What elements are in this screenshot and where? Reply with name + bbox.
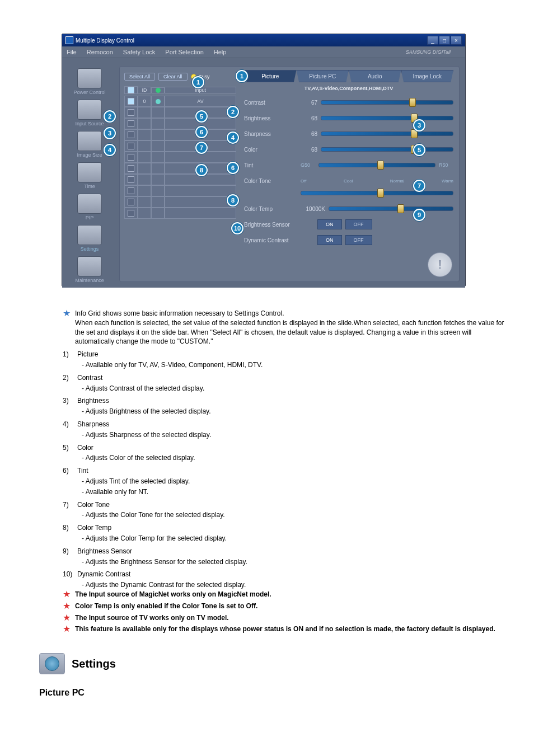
list-item: 7)Color Tone- Adjusts the Color Tone for… xyxy=(63,500,512,520)
table-row[interactable] xyxy=(124,208,236,219)
bsensor-on-button[interactable]: ON xyxy=(317,219,342,229)
sidebar-item-pip[interactable]: PIP xyxy=(69,194,110,220)
table-row[interactable] xyxy=(124,118,236,129)
menu-safety-lock[interactable]: Safety Lock xyxy=(123,49,155,55)
list-item: 1)Picture- Available only for TV, AV, S-… xyxy=(63,350,512,370)
sharpness-slider[interactable] xyxy=(321,132,453,136)
power-icon xyxy=(77,68,102,88)
row-status xyxy=(151,96,165,107)
sidebar-item-input-source[interactable]: Input Source xyxy=(69,100,110,126)
tab-picture[interactable]: Picture xyxy=(244,70,297,82)
main-panel: Select All Clear All Busy ID Input 0AV xyxy=(119,66,460,282)
dcontrast-off-button[interactable]: OFF xyxy=(345,235,372,245)
row-checkbox[interactable] xyxy=(128,132,134,138)
row-checkbox[interactable] xyxy=(128,187,134,194)
input-source-icon xyxy=(77,100,102,120)
menu-port-selection[interactable]: Port Selection xyxy=(165,49,203,55)
menu-remocon[interactable]: Remocon xyxy=(87,49,113,55)
row-checkbox[interactable] xyxy=(128,154,134,161)
row-status xyxy=(151,174,165,185)
maintenance-icon xyxy=(77,256,102,276)
row-id xyxy=(138,185,151,196)
tab-audio[interactable]: Audio xyxy=(349,70,401,82)
row-id: 0 xyxy=(138,96,151,107)
row-id xyxy=(138,196,151,208)
tab-picture-pc[interactable]: Picture PC xyxy=(297,70,349,82)
color-slider[interactable] xyxy=(321,147,453,152)
help-icon[interactable]: ! xyxy=(428,252,452,277)
brightness-slider[interactable] xyxy=(321,116,453,120)
row-input xyxy=(165,196,236,208)
star-icon: ★ xyxy=(63,601,71,611)
contrast-slider[interactable] xyxy=(321,100,453,105)
sidebar-item-settings[interactable]: Settings xyxy=(69,225,110,252)
app-window: Multiple Display Control _ □ × File Remo… xyxy=(62,34,466,287)
dcontrast-on-button[interactable]: ON xyxy=(317,235,342,245)
tint-slider[interactable] xyxy=(318,163,435,167)
row-checkbox[interactable] xyxy=(128,165,134,172)
row-checkbox[interactable] xyxy=(128,120,134,127)
table-row[interactable] xyxy=(124,163,236,174)
maximize-button[interactable]: □ xyxy=(439,36,450,45)
settings-tabs: Picture Picture PC Audio Image Lock xyxy=(244,70,453,82)
list-item: 10)Dynamic Contrast- Adjusts the Dynamic… xyxy=(63,570,512,590)
table-row[interactable] xyxy=(124,129,236,140)
row-checkbox[interactable] xyxy=(128,109,134,116)
pip-icon xyxy=(77,194,102,214)
settings-heading-icon xyxy=(39,653,65,674)
row-id xyxy=(138,208,151,219)
grid-header: ID Input xyxy=(124,84,236,96)
row-input: AV xyxy=(165,96,236,107)
titlebar: Multiple Display Control _ □ × xyxy=(62,34,465,46)
list-item: 2)Contrast- Adjusts Contrast of the sele… xyxy=(63,373,512,393)
row-status xyxy=(151,163,165,174)
row-tint: Tint G50 R50 xyxy=(244,158,453,172)
warning-note: ★The Input source of MagicNet works only… xyxy=(63,590,512,599)
minimize-button[interactable]: _ xyxy=(427,36,438,45)
table-row[interactable]: 0AV xyxy=(124,96,236,107)
select-all-button[interactable]: Select All xyxy=(124,73,155,81)
list-item: 9)Brightness Sensor- Adjusts the Brightn… xyxy=(63,547,512,567)
table-row[interactable] xyxy=(124,196,236,208)
image-size-icon xyxy=(77,131,102,151)
star-icon: ★ xyxy=(63,308,71,318)
warning-note: ★Color Temp is only enabled if the Color… xyxy=(63,602,512,611)
menubar: File Remocon Safety Lock Port Selection … xyxy=(62,46,465,58)
settings-icon xyxy=(77,225,102,245)
table-row[interactable] xyxy=(124,140,236,152)
row-contrast: Contrast 67 xyxy=(244,96,453,109)
row-status xyxy=(151,208,165,219)
row-checkbox[interactable] xyxy=(128,210,134,217)
sidebar-item-maintenance[interactable]: Maintenance xyxy=(69,256,110,283)
star-icon: ★ xyxy=(63,624,71,633)
clear-all-button[interactable]: Clear All xyxy=(158,73,188,81)
table-row[interactable] xyxy=(124,174,236,185)
row-checkbox[interactable] xyxy=(128,176,134,183)
star-icon: ★ xyxy=(63,589,71,599)
sidebar-item-time[interactable]: Time xyxy=(69,162,110,189)
header-checkbox[interactable] xyxy=(128,87,134,93)
list-item: 4)Sharpness- Adjusts Sharpness of the se… xyxy=(63,420,512,440)
table-row[interactable] xyxy=(124,152,236,163)
row-dynamic-contrast: Dynamic Contrast ON OFF xyxy=(244,233,453,247)
row-checkbox[interactable] xyxy=(128,199,134,205)
color-tone-slider[interactable] xyxy=(301,191,453,195)
row-status xyxy=(151,140,165,152)
close-button[interactable]: × xyxy=(451,36,462,45)
color-temp-slider[interactable] xyxy=(329,206,453,211)
tab-image-lock[interactable]: Image Lock xyxy=(401,70,454,82)
table-row[interactable] xyxy=(124,107,236,118)
row-status xyxy=(151,129,165,140)
menu-help[interactable]: Help xyxy=(214,49,227,55)
row-checkbox[interactable] xyxy=(128,143,134,149)
table-row[interactable] xyxy=(124,185,236,196)
menu-file[interactable]: File xyxy=(67,49,77,55)
row-id xyxy=(138,107,151,118)
sidebar-item-power[interactable]: Power Control xyxy=(69,68,110,95)
row-id xyxy=(138,129,151,140)
bsensor-off-button[interactable]: OFF xyxy=(345,219,372,229)
row-checkbox[interactable] xyxy=(128,98,134,105)
row-id xyxy=(138,140,151,152)
row-status xyxy=(151,152,165,163)
row-status xyxy=(151,118,165,129)
